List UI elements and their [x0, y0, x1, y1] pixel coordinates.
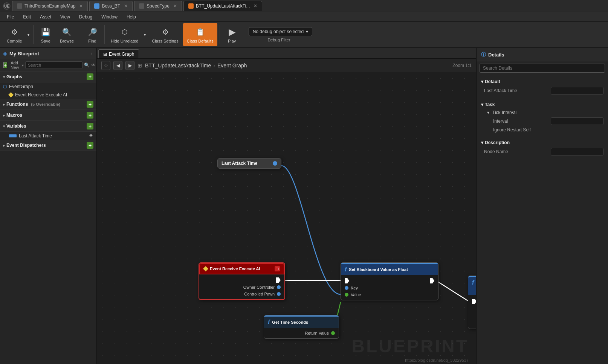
event-graph-item[interactable]: ⬡ EventGraph — [0, 82, 96, 91]
browse-button[interactable]: 🔍 Browse — [56, 23, 78, 46]
add-function-button[interactable]: + — [87, 101, 93, 108]
search-input[interactable] — [25, 61, 82, 69]
add-dispatcher-button[interactable]: + — [87, 142, 93, 149]
eye-icon[interactable]: 👁 — [91, 62, 96, 68]
node-title-last-attack: Last Attack Time — [222, 161, 257, 166]
compile-button[interactable]: ⚙ Compile — [3, 23, 26, 46]
blueprint-icon: ◈ — [3, 50, 7, 56]
favorite-button[interactable]: ☆ — [101, 61, 110, 70]
get-time-node-body: Return Value — [264, 328, 339, 338]
description-section: ▾ Description Node Name — [477, 136, 608, 159]
node-name-label: Node Name — [481, 149, 548, 154]
hide-unrelated-dropdown[interactable]: ▾ — [142, 23, 147, 46]
compile-icon: ⚙ — [8, 26, 20, 38]
node-name-prop-row: Node Name — [481, 147, 603, 157]
last-attack-output-pin — [273, 161, 277, 166]
tab-close-btt-icon[interactable]: ✕ — [254, 3, 257, 9]
tab-thirdperson[interactable]: ThirdPersonExampleMap ✕ — [12, 1, 88, 11]
functions-section-header[interactable]: ▸ Functions (5 Overridable) + — [0, 99, 96, 110]
event-receive-ai-item[interactable]: Event Receive Execute AI — [0, 91, 96, 99]
bt-tab-icon — [94, 3, 99, 9]
target-row: Target self — [472, 307, 476, 315]
description-section-header[interactable]: ▾ Description — [481, 139, 603, 147]
menu-asset[interactable]: Asset — [36, 14, 55, 20]
class-defaults-button[interactable]: 📋 Class Defaults — [183, 23, 217, 46]
menu-edit[interactable]: Edit — [19, 14, 35, 20]
tab-bossBT[interactable]: Boss_BT ✕ — [89, 1, 133, 11]
get-time-seconds-node[interactable]: f Get Time Seconds Return Value — [264, 315, 339, 339]
last-attack-time-var-item[interactable]: Last Attack Time 👁 — [0, 132, 96, 140]
ignore-restart-prop-row: Ignore Restart Self — [481, 126, 603, 134]
right-panel: ⓘ Details ▾ Default Last Attack Time ▾ T… — [476, 48, 608, 364]
graphs-section-header[interactable]: ▾ Graphs + — [0, 72, 96, 82]
last-attack-time-prop-value[interactable] — [551, 87, 603, 94]
event-receive-node-body: Owner Controller Controlled Pawn — [199, 274, 284, 299]
add-macro-button[interactable]: + — [87, 112, 93, 119]
task-expand-icon: ▾ — [481, 102, 483, 107]
class-settings-button[interactable]: ⚙ Class Settings — [148, 23, 182, 46]
event-receive-node[interactable]: Event Receive Execute AI □ Owner Control… — [199, 262, 285, 300]
save-button[interactable]: 💾 Save — [36, 23, 55, 46]
toolbar-sep-1 — [33, 25, 34, 44]
interval-label: Interval — [490, 119, 548, 124]
tab-close-icon[interactable]: ✕ — [79, 3, 83, 9]
graph-canvas[interactable]: Last Attack Time Event Receive Execute A… — [97, 72, 476, 364]
node-name-value[interactable] — [551, 148, 603, 155]
default-section-header[interactable]: ▾ Default — [481, 78, 603, 86]
add-graph-button[interactable]: + — [87, 73, 93, 80]
menu-debug[interactable]: Debug — [75, 14, 96, 20]
add-variable-button[interactable]: + — [87, 123, 93, 129]
key-row: Key — [345, 286, 434, 290]
my-blueprint-title: My Blueprint — [9, 51, 39, 56]
macros-expand-icon: ▸ — [3, 113, 5, 117]
return-value-pin — [331, 331, 335, 335]
graphs-expand-icon: ▾ — [3, 75, 5, 79]
tab-speedtype[interactable]: SpeedType ✕ — [134, 1, 182, 11]
compile-dropdown[interactable]: ▾ — [26, 23, 31, 46]
main-layout: ◈ My Blueprint ⋮ + Add New ▾ 🔍 👁 ▾ ▾ Gra… — [0, 48, 608, 364]
controlled-pawn-pin — [277, 292, 281, 296]
bp-options-icon[interactable]: ⋮ — [89, 51, 93, 56]
set-blackboard-node[interactable]: f Set Blackboard Value as Float Key Valu… — [341, 262, 438, 300]
var-eye-icon[interactable]: 👁 — [89, 133, 93, 139]
search-details-input[interactable] — [480, 64, 605, 73]
tab-close-bossBT-icon[interactable]: ✕ — [124, 3, 128, 9]
debug-dropdown-icon: ▾ — [306, 29, 308, 34]
details-icon: ⓘ — [481, 51, 486, 58]
menu-file[interactable]: File — [3, 14, 18, 20]
get-time-node-header: f Get Time Seconds — [264, 315, 339, 328]
tick-interval-label: Tick Interval — [492, 110, 516, 115]
menu-window[interactable]: Window — [98, 14, 121, 20]
event-dispatchers-section-header[interactable]: ▸ Event Dispatchers + — [0, 140, 96, 151]
set-blackboard-node-header: f Set Blackboard Value as Float — [341, 263, 438, 275]
play-button[interactable]: ▶ Play — [222, 23, 242, 46]
last-attack-time-node[interactable]: Last Attack Time — [217, 158, 281, 169]
find-button[interactable]: 🔎 Find — [82, 23, 102, 46]
macros-section-header[interactable]: ▸ Macros + — [0, 110, 96, 121]
hide-unrelated-button[interactable]: ⬡ Hide Unrelated — [107, 23, 142, 46]
interval-value[interactable] — [551, 117, 603, 125]
key-pin — [345, 286, 348, 290]
url-watermark: https://blog.csdn.net/qq_33229537 — [405, 358, 469, 362]
variables-section-header[interactable]: ▾ Variables + — [0, 121, 96, 132]
tab-btt-update[interactable]: BTT_UpdateLastAttackTi... ✕ — [183, 1, 263, 11]
success-pin — [476, 320, 476, 323]
play-icon: ▶ — [226, 26, 238, 38]
event-graph-tab[interactable]: ⊞ Event Graph — [98, 49, 139, 58]
debug-object-selector[interactable]: No debug object selected ▾ — [249, 27, 312, 36]
menu-view[interactable]: View — [57, 14, 74, 20]
add-new-button[interactable]: + — [3, 62, 8, 69]
exec-out-pin-row — [203, 277, 281, 283]
finish-execute-subtitle: Target is BTTask Blueprint Base — [472, 288, 476, 292]
task-section-header[interactable]: ▾ Task — [481, 101, 603, 109]
task-section: ▾ Task ▾ Tick Interval Interval Ignore R… — [477, 98, 608, 136]
finish-execute-node[interactable]: f Finish Execute Target is BTTask Bluepr… — [468, 276, 476, 329]
compile-group: ⚙ Compile ▾ — [3, 23, 31, 46]
save-icon: 💾 — [40, 26, 52, 38]
nav-back-button[interactable]: ◀ — [113, 61, 122, 70]
menu-help[interactable]: Help — [123, 14, 140, 20]
nav-forward-button[interactable]: ▶ — [125, 61, 134, 70]
finish-exec-in-pin — [472, 299, 476, 304]
zoom-label: Zoom 1:1 — [452, 63, 472, 68]
tab-close-speedtype-icon[interactable]: ✕ — [173, 3, 177, 9]
